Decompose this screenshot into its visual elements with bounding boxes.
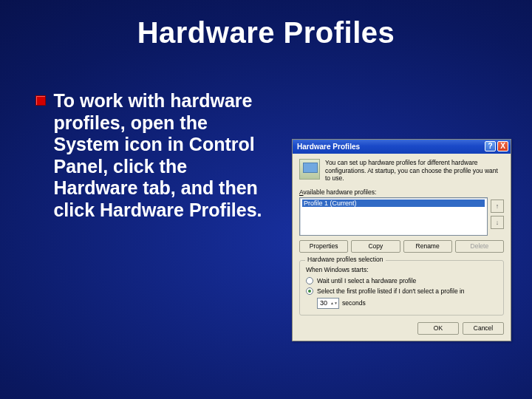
when-windows-starts-label: When Windows starts: — [306, 266, 497, 273]
spinner-icon[interactable]: ▲▼ — [330, 301, 336, 305]
rename-button[interactable]: Rename — [403, 240, 452, 253]
radio-select-first[interactable] — [306, 287, 313, 295]
bullet-text: To work with hardware profiles, open the… — [53, 90, 273, 221]
slide-title: Hardware Profiles — [0, 0, 532, 50]
bullet-marker-icon — [35, 95, 46, 106]
cancel-button[interactable]: Cancel — [463, 322, 504, 335]
selection-groupbox: Hardware profiles selection When Windows… — [299, 260, 504, 316]
seconds-input[interactable]: 30 ▲▼ — [317, 298, 339, 309]
radio-wait[interactable] — [306, 277, 313, 284]
radio-wait-label: Wait until I select a hardware profile — [317, 277, 416, 284]
properties-button[interactable]: Properties — [299, 240, 348, 253]
seconds-label: seconds — [342, 299, 366, 307]
radio-select-first-label: Select the first profile listed if I don… — [317, 287, 465, 295]
hardware-profiles-icon — [299, 159, 320, 180]
available-profiles-label: Available hardware profiles: — [299, 188, 504, 196]
bullet-item: To work with hardware profiles, open the… — [35, 90, 279, 221]
dialog-intro-text: You can set up hardware profiles for dif… — [325, 159, 504, 183]
dialog-titlebar[interactable]: Hardware Profiles ? X — [293, 140, 511, 154]
ok-button[interactable]: OK — [417, 322, 459, 335]
profiles-listbox[interactable]: Profile 1 (Current) — [299, 197, 488, 236]
move-up-button[interactable]: ↑ — [491, 200, 504, 213]
help-button[interactable]: ? — [485, 141, 496, 151]
groupbox-title: Hardware profiles selection — [305, 256, 386, 263]
delete-button: Delete — [455, 240, 504, 253]
profile-list-item[interactable]: Profile 1 (Current) — [302, 200, 485, 207]
copy-button[interactable]: Copy — [351, 240, 400, 253]
hardware-profiles-dialog: Hardware Profiles ? X You can set up har… — [292, 139, 511, 341]
move-down-button[interactable]: ↓ — [491, 216, 504, 229]
close-button[interactable]: X — [497, 141, 508, 151]
dialog-title: Hardware Profiles — [297, 143, 360, 151]
